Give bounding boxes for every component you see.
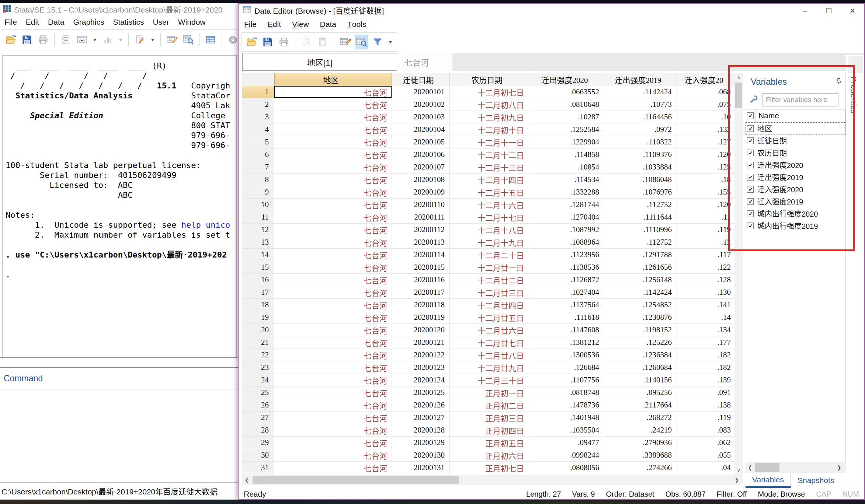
cell-in2020[interactable]: .130	[677, 286, 734, 298]
cell-out2019[interactable]: .1256148	[604, 274, 677, 286]
cell-out2020[interactable]: .1137564	[530, 299, 604, 311]
variable-checkbox[interactable]	[747, 162, 754, 168]
cell-out2020[interactable]: .114858	[530, 148, 604, 161]
row-number[interactable]: 1	[242, 86, 274, 98]
column-header-in2020[interactable]: 迁入强度20	[677, 73, 734, 86]
cell-region[interactable]: 七台河	[274, 211, 392, 223]
cell-date[interactable]: 20200120	[392, 324, 450, 336]
cell-out2019[interactable]: .0972	[604, 123, 677, 136]
variable-item[interactable]: 城内出行强度2019	[746, 220, 845, 232]
cell-out2019[interactable]: .112752	[604, 236, 677, 248]
cell-in2020[interactable]: .119	[677, 224, 734, 236]
cell-out2020[interactable]: .1401948	[530, 412, 604, 424]
grid-horizontal-scrollbar[interactable]: ❮ ❯	[242, 475, 743, 485]
menu-edit[interactable]: Edit	[262, 17, 286, 32]
cell-in2020[interactable]: .139	[677, 374, 734, 386]
cell-lunar[interactable]: 正月初四日	[450, 424, 530, 436]
cell-region[interactable]: 七台河	[274, 98, 392, 111]
row-number[interactable]: 26	[242, 399, 274, 411]
cell-reference-box[interactable]: 地区[1]	[242, 53, 397, 71]
vertical-scroll-thumb[interactable]	[735, 83, 742, 108]
graph-icon[interactable]	[101, 32, 114, 47]
cell-lunar[interactable]: 十二月初八日	[450, 98, 530, 111]
cell-in2020[interactable]: .062	[677, 437, 734, 449]
cell-lunar[interactable]: 十二月廿八日	[450, 349, 530, 361]
cell-out2019[interactable]: .1236384	[604, 349, 677, 361]
cell-lunar[interactable]: 十二月廿九日	[450, 361, 530, 374]
print-icon[interactable]	[277, 35, 291, 49]
cell-region[interactable]: 七台河	[274, 111, 392, 123]
cell-out2020[interactable]: .1087992	[530, 224, 604, 236]
row-number[interactable]: 10	[242, 199, 274, 211]
row-number[interactable]: 31	[242, 462, 274, 474]
cell-date[interactable]: 20200112	[392, 224, 450, 236]
cell-in2020[interactable]: .117	[677, 249, 734, 261]
cell-region[interactable]: 七台河	[274, 286, 392, 298]
menu-file[interactable]: File	[0, 15, 21, 29]
cell-lunar[interactable]: 十二月初七日	[450, 86, 530, 98]
row-number[interactable]: 24	[242, 374, 274, 386]
cell-date[interactable]: 20200125	[392, 386, 450, 399]
column-header-out2020[interactable]: 迁出强度2020	[530, 73, 604, 86]
cell-out2019[interactable]: .1076976	[604, 186, 677, 198]
cell-in2020[interactable]: .132	[677, 123, 734, 136]
cell-lunar[interactable]: 十二月十二日	[450, 148, 530, 161]
cell-date[interactable]: 20200107	[392, 161, 450, 173]
cell-date[interactable]: 20200105	[392, 136, 450, 148]
row-number[interactable]: 3	[242, 111, 274, 123]
cell-date[interactable]: 20200109	[392, 186, 450, 198]
cell-in2020[interactable]: .14	[677, 311, 734, 323]
cell-out2020[interactable]: .1035504	[530, 424, 604, 436]
cell-in2020[interactable]: .182	[677, 349, 734, 361]
viewer-dropdown-caret[interactable]: ▾	[91, 32, 98, 47]
row-number[interactable]: 25	[242, 386, 274, 399]
cell-region[interactable]: 七台河	[274, 161, 392, 173]
variable-item[interactable]: 迁入强度2019	[746, 195, 845, 207]
cell-date[interactable]: 20200121	[392, 336, 450, 349]
variable-checkbox[interactable]	[747, 198, 754, 205]
variable-checkbox[interactable]	[747, 137, 754, 144]
cell-region[interactable]: 七台河	[274, 349, 392, 361]
cell-in2020[interactable]: .120	[677, 148, 734, 161]
log-icon[interactable]	[59, 32, 72, 47]
graph-dropdown-caret[interactable]: ▾	[117, 32, 124, 47]
cell-lunar[interactable]: 十二月二十日	[450, 249, 530, 261]
cell-in2020[interactable]: .10	[677, 111, 734, 123]
variable-item[interactable]: 迁徙日期	[746, 134, 845, 147]
cell-region[interactable]: 七台河	[274, 424, 392, 436]
menu-graphics[interactable]: Graphics	[69, 15, 108, 29]
cell-out2019[interactable]: .1110996	[604, 224, 677, 236]
variable-item[interactable]: 迁出强度2019	[746, 171, 845, 183]
command-input[interactable]	[0, 389, 239, 483]
open-folder-icon[interactable]	[4, 32, 17, 47]
variables-horizontal-scrollbar[interactable]: ❮ ❯	[746, 462, 846, 473]
cell-in2020[interactable]: .120	[677, 199, 734, 211]
cell-out2020[interactable]: .1252584	[530, 123, 604, 136]
row-number[interactable]: 16	[242, 274, 274, 286]
cell-lunar[interactable]: 正月初五日	[450, 437, 530, 449]
cell-out2020[interactable]: .114534	[530, 174, 604, 186]
cell-region[interactable]: 七台河	[274, 174, 392, 186]
cell-out2019[interactable]: .2790936	[604, 437, 677, 449]
grid-vertical-scrollbar[interactable]: ∧ ∨	[734, 73, 743, 475]
scroll-up-icon[interactable]: ∧	[734, 73, 743, 82]
cell-date[interactable]: 20200104	[392, 123, 450, 136]
cell-out2019[interactable]: .10773	[604, 98, 677, 111]
cell-out2019[interactable]: .274266	[604, 462, 677, 474]
data-browser-icon[interactable]	[181, 32, 195, 47]
cell-out2020[interactable]: .1281744	[530, 199, 604, 211]
menu-edit[interactable]: Edit	[21, 15, 44, 29]
row-number[interactable]: 15	[242, 261, 274, 273]
cell-region[interactable]: 七台河	[274, 274, 392, 286]
menu-statistics[interactable]: Statistics	[108, 15, 148, 29]
cell-in2020[interactable]: .141	[677, 299, 734, 311]
row-number[interactable]: 4	[242, 123, 274, 136]
cell-out2020[interactable]: .1229904	[530, 136, 604, 148]
cell-date[interactable]: 20200129	[392, 437, 450, 449]
variable-checkbox[interactable]	[747, 125, 754, 132]
cell-in2020[interactable]: .177	[677, 336, 734, 349]
cell-lunar[interactable]: 十二月廿四日	[450, 299, 530, 311]
tab-variables[interactable]: Variables	[746, 473, 791, 488]
cell-region[interactable]: 七台河	[274, 386, 392, 399]
cell-date[interactable]: 20200118	[392, 299, 450, 311]
